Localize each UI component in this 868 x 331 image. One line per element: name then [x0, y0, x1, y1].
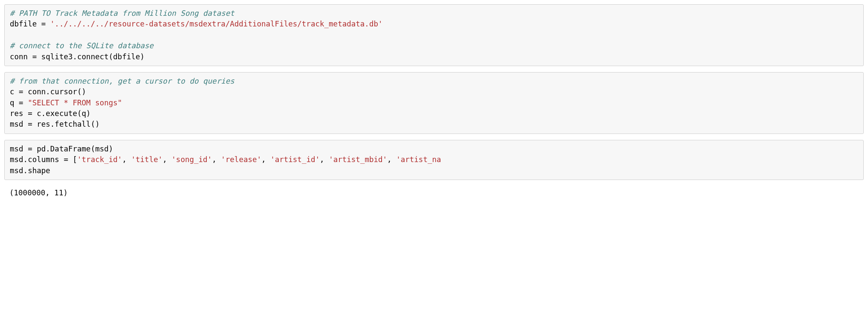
- code-line: msd = pd.DataFrame(msd): [10, 145, 113, 153]
- code-cell-2[interactable]: # from that connection, get a cursor to …: [4, 72, 864, 134]
- code-line: dbfile = '../../../../resource-datasets/…: [10, 20, 382, 28]
- code-line: q = "SELECT * FROM songs": [10, 99, 122, 107]
- code-cell-3[interactable]: msd = pd.DataFrame(msd) msd.columns = ['…: [4, 140, 864, 180]
- comment-line: # connect to the SQLite database: [10, 41, 153, 50]
- code-line: msd = res.fetchall(): [10, 120, 100, 128]
- code-line: c = conn.cursor(): [10, 87, 86, 96]
- code-line: msd.shape: [10, 166, 50, 175]
- output-cell-1: (1000000, 11): [4, 186, 864, 200]
- comment-line: # PATH TO Track Metadata from Million So…: [10, 9, 234, 17]
- code-line: res = c.execute(q): [10, 109, 91, 118]
- code-line: conn = sqlite3.connect(dbfile): [10, 52, 145, 61]
- code-cell-1[interactable]: # PATH TO Track Metadata from Million So…: [4, 4, 864, 66]
- comment-line: # from that connection, get a cursor to …: [10, 77, 234, 85]
- code-line: msd.columns = ['track_id', 'title', 'son…: [10, 155, 441, 164]
